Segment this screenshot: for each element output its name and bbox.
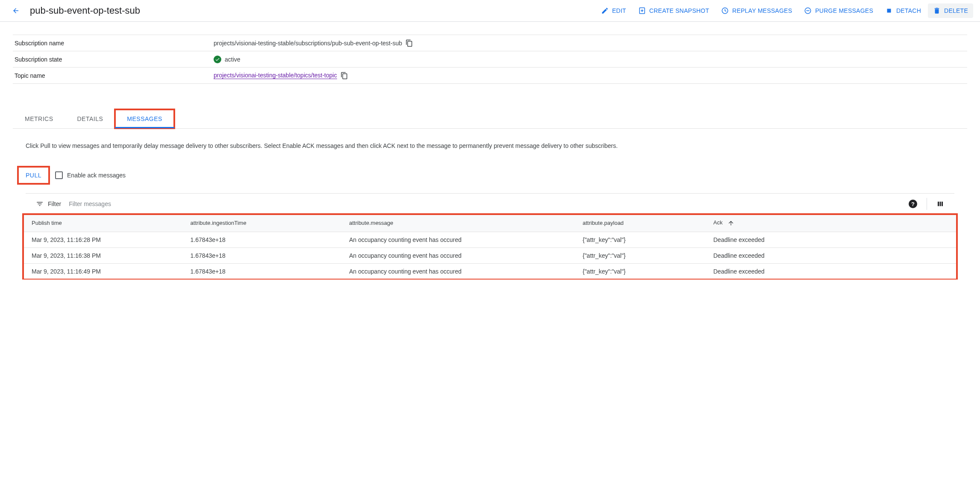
divider	[927, 198, 927, 210]
replay-messages-button[interactable]: REPLAY MESSAGES	[716, 3, 797, 18]
col-ack-label: Ack	[713, 219, 723, 226]
table-row: Mar 9, 2023, 11:16:38 PM1.67843e+18An oc…	[23, 247, 957, 263]
delete-button[interactable]: DELETE	[928, 3, 973, 18]
enable-ack-checkbox-wrap[interactable]: Enable ack messages	[55, 171, 126, 179]
cell-message: An occupancy counting event has occured	[340, 232, 574, 247]
topic-name-label: Topic name	[13, 72, 214, 79]
replay-label: REPLAY MESSAGES	[732, 7, 792, 14]
filter-icon	[36, 200, 44, 208]
topic-name-value: projects/visionai-testing-stable/topics/…	[214, 72, 348, 80]
table-row: Mar 9, 2023, 11:16:28 PM1.67843e+18An oc…	[23, 232, 957, 247]
svg-rect-6	[887, 9, 891, 13]
sort-ascending-icon	[728, 220, 734, 227]
arrow-left-icon	[12, 7, 20, 15]
cell-payload: {"attr_key":"val"}	[574, 263, 705, 279]
table-header-row: Publish time attribute.ingestionTime att…	[23, 214, 957, 232]
subscription-name-label: Subscription name	[13, 40, 214, 47]
delete-label: DELETE	[944, 7, 968, 14]
subscription-state-label: Subscription state	[13, 56, 214, 63]
details-section: Subscription name projects/visionai-test…	[13, 35, 967, 84]
messages-table-container: Publish time attribute.ingestionTime att…	[23, 214, 957, 280]
subscription-state-value: active	[214, 56, 241, 63]
action-buttons: EDIT CREATE SNAPSHOT REPLAY MESSAGES PUR…	[596, 3, 973, 18]
table-row: Mar 9, 2023, 11:16:49 PM1.67843e+18An oc…	[23, 263, 957, 279]
cell-ack: Deadline exceeded	[705, 263, 957, 279]
enable-ack-checkbox[interactable]	[55, 171, 63, 179]
col-ingestion-time[interactable]: attribute.ingestionTime	[182, 214, 341, 232]
page-title: pub-sub-event-op-test-sub	[30, 5, 140, 16]
edit-button[interactable]: EDIT	[596, 3, 631, 18]
subscription-name-value: projects/visionai-testing-stable/subscri…	[214, 39, 413, 47]
page-header: pub-sub-event-op-test-sub EDIT CREATE SN…	[0, 0, 980, 22]
col-payload[interactable]: attribute.payload	[574, 214, 705, 232]
trash-icon	[933, 7, 941, 15]
topic-name-row: Topic name projects/visionai-testing-sta…	[13, 68, 967, 84]
col-message[interactable]: attribute.message	[340, 214, 574, 232]
cell-ack: Deadline exceeded	[705, 232, 957, 247]
controls-row: PULL Enable ack messages	[19, 168, 954, 183]
cell-message: An occupancy counting event has occured	[340, 247, 574, 263]
messages-table: Publish time attribute.ingestionTime att…	[23, 214, 957, 280]
clock-icon	[721, 7, 729, 15]
main-content: Subscription name projects/visionai-test…	[0, 35, 980, 280]
subscription-name-row: Subscription name projects/visionai-test…	[13, 35, 967, 51]
cell-message: An occupancy counting event has occured	[340, 263, 574, 279]
cell-publish_time: Mar 9, 2023, 11:16:49 PM	[23, 263, 182, 279]
cell-payload: {"attr_key":"val"}	[574, 232, 705, 247]
cell-ingestion_time: 1.67843e+18	[182, 232, 341, 247]
cell-ingestion_time: 1.67843e+18	[182, 247, 341, 263]
pull-button[interactable]: PULL	[19, 168, 48, 183]
col-ack[interactable]: Ack	[705, 214, 957, 232]
tab-messages[interactable]: MESSAGES	[115, 109, 174, 128]
tab-details[interactable]: DETAILS	[65, 109, 115, 128]
subscription-state-row: Subscription state active	[13, 51, 967, 68]
detach-label: DETACH	[896, 7, 921, 14]
help-text: Click Pull to view messages and temporar…	[26, 141, 954, 150]
filter-label: Filter	[48, 200, 61, 207]
help-icon[interactable]: ?	[909, 200, 917, 208]
purge-messages-button[interactable]: PURGE MESSAGES	[799, 3, 878, 18]
cell-payload: {"attr_key":"val"}	[574, 247, 705, 263]
filter-input[interactable]	[65, 199, 904, 209]
cell-ack: Deadline exceeded	[705, 247, 957, 263]
cell-ingestion_time: 1.67843e+18	[182, 263, 341, 279]
create-snapshot-button[interactable]: CREATE SNAPSHOT	[633, 3, 714, 18]
messages-tab-content: Click Pull to view messages and temporar…	[13, 129, 967, 280]
tab-bar: METRICS DETAILS MESSAGES	[13, 109, 967, 129]
snapshot-label: CREATE SNAPSHOT	[649, 7, 709, 14]
detach-button[interactable]: DETACH	[880, 3, 926, 18]
tab-metrics[interactable]: METRICS	[13, 109, 65, 128]
edit-label: EDIT	[612, 7, 626, 14]
status-check-icon	[214, 56, 221, 63]
copy-icon[interactable]	[340, 72, 348, 80]
state-text: active	[225, 56, 241, 63]
subscription-name-text: projects/visionai-testing-stable/subscri…	[214, 40, 402, 47]
filter-bar: Filter ?	[26, 193, 954, 214]
col-publish-time[interactable]: Publish time	[23, 214, 182, 232]
cell-publish_time: Mar 9, 2023, 11:16:38 PM	[23, 247, 182, 263]
copy-icon[interactable]	[405, 39, 413, 47]
pencil-icon	[601, 7, 609, 15]
back-button[interactable]	[9, 3, 23, 18]
stop-icon	[885, 7, 893, 15]
snapshot-icon	[638, 7, 646, 15]
enable-ack-label: Enable ack messages	[67, 172, 126, 179]
columns-icon[interactable]	[936, 200, 944, 208]
purge-icon	[804, 7, 812, 15]
purge-label: PURGE MESSAGES	[815, 7, 873, 14]
cell-publish_time: Mar 9, 2023, 11:16:28 PM	[23, 232, 182, 247]
topic-name-link[interactable]: projects/visionai-testing-stable/topics/…	[214, 72, 337, 79]
